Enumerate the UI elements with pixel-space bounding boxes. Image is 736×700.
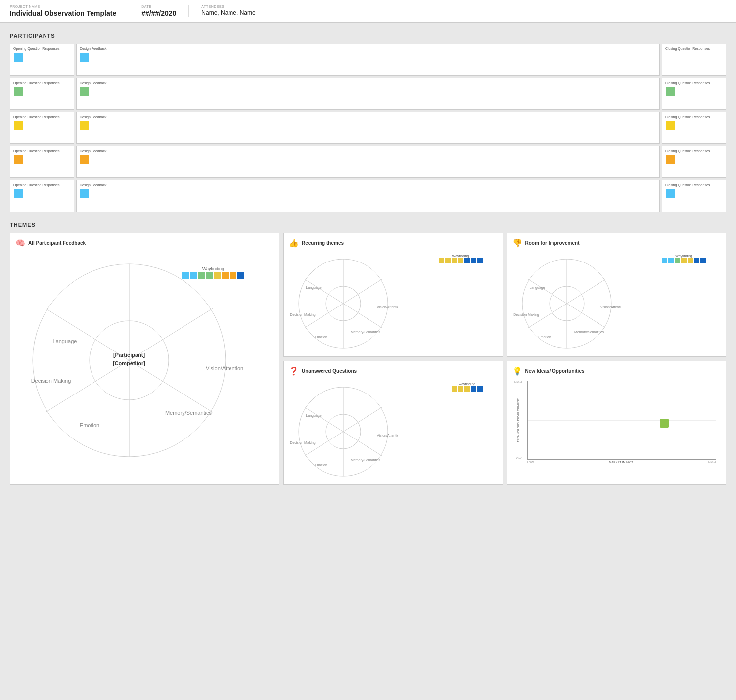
svg-text:Decision Making: Decision Making	[290, 313, 315, 317]
wheel-svg: Language Vision/Attention Memory/Semanti…	[15, 252, 243, 459]
swatch	[471, 258, 476, 263]
opening-cell-4: Opening Question Responses	[10, 146, 74, 178]
svg-line-28	[528, 279, 567, 304]
participant-row-2: Opening Question Responses Design Feedba…	[10, 78, 726, 110]
sticky-note	[80, 155, 89, 164]
svg-text:Language: Language	[529, 286, 545, 290]
feedback-label-3: Design Feedback	[80, 115, 656, 119]
attendees-value: Name, Name, Name	[201, 9, 255, 16]
feedback-label-2: Design Feedback	[80, 81, 656, 85]
participants-title: PARTICIPANTS	[10, 33, 726, 39]
attendees-field: ATTENDEES Name, Name, Name	[201, 5, 255, 16]
swatch	[694, 258, 699, 263]
participant-row-3: Opening Question Responses Design Feedba…	[10, 112, 726, 144]
y-low-label: LOW	[515, 457, 522, 460]
closing-label-4: Closing Question Responses	[665, 149, 723, 153]
improvement-wheel-svg: Language Vision/Attention Memory/Semanti…	[512, 252, 621, 350]
question-icon: ❓	[289, 366, 299, 376]
feedback-cell-2: Design Feedback	[76, 78, 660, 110]
swatch	[439, 258, 444, 263]
closing-cell-5: Closing Question Responses	[662, 180, 726, 212]
swatch	[675, 258, 680, 263]
wayfinding-swatches	[182, 272, 244, 279]
unanswered-wheel-wrapper: Wayfinding	[289, 380, 498, 480]
svg-text:Emotion: Emotion	[315, 463, 327, 467]
y-axis-label: TECHNOLOGY DEVELOPMENT	[517, 398, 520, 442]
svg-line-25	[567, 304, 605, 328]
thumbdown-icon: 👎	[512, 238, 522, 248]
swatch	[222, 272, 229, 279]
sticky-note	[666, 121, 675, 130]
opening-label-5: Opening Question Responses	[13, 183, 71, 187]
svg-text:Language: Language	[306, 286, 321, 290]
swatch	[458, 386, 463, 392]
swatch	[198, 272, 205, 279]
x-axis-label: MARKET IMPACT	[609, 461, 633, 464]
svg-text:Vision/Attention: Vision/Attention	[600, 306, 621, 309]
svg-line-24	[567, 279, 605, 304]
sticky-note	[666, 189, 675, 198]
svg-text:Vision/Attention: Vision/Attention	[377, 434, 398, 437]
opportunities-title: 💡 New Ideas/ Opportunities	[512, 366, 721, 376]
swatch	[662, 258, 667, 263]
y-axis: HIGH TECHNOLOGY DEVELOPMENT LOW	[513, 381, 523, 460]
date-value: ##/##/2020	[141, 9, 176, 17]
swatch	[206, 272, 213, 279]
svg-line-11	[343, 279, 382, 304]
recurring-swatches	[439, 258, 483, 263]
swatch	[464, 258, 470, 263]
recurring-themes-card: 👍 Recurring themes Wayfinding	[283, 233, 503, 357]
y-high-label: HIGH	[514, 381, 522, 384]
unanswered-wheel-svg: Language Vision/Attention Memory/Semanti…	[289, 380, 398, 479]
svg-text:Memory/Semantics: Memory/Semantics	[574, 330, 604, 334]
swatch	[458, 258, 463, 263]
wayfinding-label: Wayfinding	[182, 266, 244, 279]
main-content: PARTICIPANTS Opening Question Responses …	[0, 23, 736, 495]
recurring-title: 👍 Recurring themes	[289, 238, 498, 248]
svg-line-38	[343, 432, 382, 456]
recurring-wheel-svg: Language Vision/Attention Memory/Semanti…	[289, 252, 398, 350]
opening-cell-5: Opening Question Responses	[10, 180, 74, 212]
x-high-label: HIGH	[708, 461, 716, 464]
improvement-title: 👎 Room for Improvement	[512, 238, 721, 248]
center-text-2: [Competitor]	[113, 360, 145, 366]
project-label: PROJECT NAME	[10, 5, 116, 8]
participant-row-5: Opening Question Responses Design Feedba…	[10, 180, 726, 212]
project-name: Individual Observation Template	[10, 9, 116, 17]
svg-text:Decision Making: Decision Making	[513, 313, 539, 317]
sticky-note	[80, 53, 89, 62]
thumbup-icon: 👍	[289, 238, 299, 248]
participant-row-4: Opening Question Responses Design Feedba…	[10, 146, 726, 178]
language-label: Language	[53, 338, 77, 344]
unanswered-card: ❓ Unanswered Questions Wayfinding	[283, 361, 503, 485]
swatch	[452, 258, 457, 263]
opening-label-4: Opening Question Responses	[13, 149, 71, 153]
closing-label-3: Closing Question Responses	[665, 115, 723, 119]
participant-row-1: Opening Question Responses Design Feedba…	[10, 44, 726, 76]
all-feedback-card: 🧠 All Participant Feedback Wayfinding	[10, 233, 279, 485]
improvement-card: 👎 Room for Improvement Wayfinding	[507, 233, 727, 357]
swatch	[182, 272, 189, 279]
swatch	[668, 258, 674, 263]
opening-label-3: Opening Question Responses	[13, 115, 71, 119]
bulb-icon: 💡	[512, 366, 522, 376]
opportunity-plot: HIGH TECHNOLOGY DEVELOPMENT LOW L	[527, 381, 716, 470]
swatch	[477, 386, 483, 392]
all-feedback-title: 🧠 All Participant Feedback	[15, 238, 274, 248]
unanswered-swatches	[452, 386, 483, 392]
opening-cell-1: Opening Question Responses	[10, 44, 74, 76]
feedback-label-4: Design Feedback	[80, 149, 656, 153]
themes-section: THEMES 🧠 All Participant Feedback Wayfin…	[10, 222, 726, 485]
closing-cell-2: Closing Question Responses	[662, 78, 726, 110]
closing-label-1: Closing Question Responses	[665, 47, 723, 50]
unanswered-wayfinding-label: Wayfinding	[452, 382, 483, 392]
emotion-label: Emotion	[80, 422, 99, 428]
brain-icon: 🧠	[15, 238, 25, 248]
improvement-swatches	[662, 258, 706, 263]
opportunity-dot	[660, 419, 669, 428]
svg-line-12	[343, 304, 382, 328]
opening-cell-2: Opening Question Responses	[10, 78, 74, 110]
svg-text:Memory/Semantics: Memory/Semantics	[351, 458, 380, 462]
svg-line-37	[343, 407, 382, 432]
x-axis-row: LOW MARKET IMPACT HIGH	[527, 461, 716, 464]
